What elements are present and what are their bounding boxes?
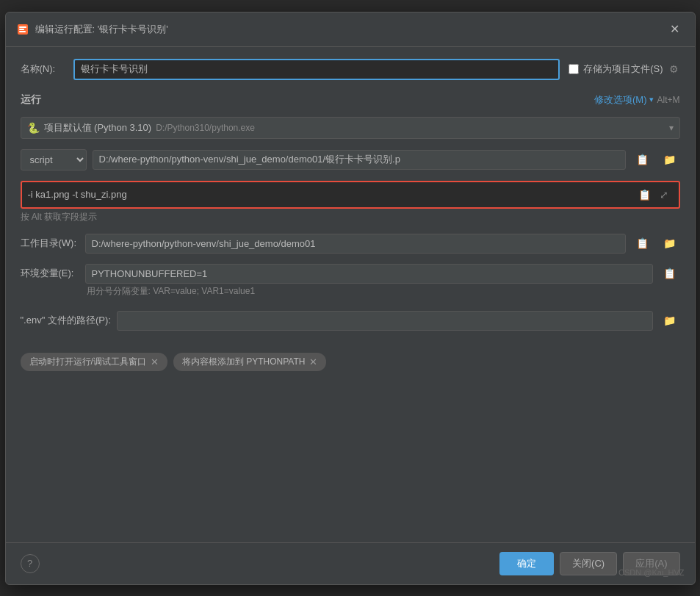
working-dir-row: 工作目录(W): 📋 📁 <box>21 234 680 254</box>
tags-row: 启动时打开运行/调试工具窗口 ✕ 将内容根添加到 PYTHONPATH ✕ <box>21 353 680 371</box>
interpreter-row[interactable]: 🐍 项目默认值 (Python 3.10) D:/Python310/pytho… <box>21 117 680 139</box>
tag-close-1[interactable]: ✕ <box>309 356 317 367</box>
script-row: script 📋 📁 <box>21 149 680 170</box>
tag-close-0[interactable]: ✕ <box>151 356 159 367</box>
params-hint-text: 按 Alt 获取字段提示 <box>21 211 680 223</box>
close-window-button[interactable]: ✕ <box>665 20 685 39</box>
tag-label-0: 启动时打开运行/调试工具窗口 <box>29 356 146 368</box>
env-vars-hint: 用分号分隔变量: VAR=value; VAR1=value1 <box>87 285 680 298</box>
modify-options-link[interactable]: 修改选项(M) <box>594 93 647 107</box>
name-label: 名称(N): <box>21 62 65 76</box>
tag-chip-1: 将内容根添加到 PYTHONPATH ✕ <box>173 353 327 371</box>
dialog-title: 编辑运行配置: '银行卡卡号识别' <box>35 23 660 36</box>
env-vars-input[interactable] <box>85 264 653 284</box>
chevron-down-icon: ▾ <box>649 95 654 104</box>
workdir-folder-icon-button[interactable]: 📁 <box>659 234 680 252</box>
env-vars-edit-icon-button[interactable]: 📋 <box>659 265 680 282</box>
script-type-select[interactable]: script <box>21 149 87 170</box>
title-bar: 编辑运行配置: '银行卡卡号识别' ✕ <box>6 12 695 47</box>
env-file-input[interactable] <box>117 311 653 331</box>
tag-label-1: 将内容根添加到 PYTHONPATH <box>182 356 306 368</box>
gear-button[interactable]: ⚙ <box>668 63 680 75</box>
watermark: CSDN @Kai_HVZ <box>618 568 684 577</box>
name-row: 名称(N): 存储为项目文件(S) ⚙ <box>21 59 680 80</box>
svg-rect-1 <box>19 26 26 28</box>
close-button[interactable]: 关闭(C) <box>560 552 617 575</box>
dropdown-arrow-icon: ▾ <box>669 123 674 133</box>
env-file-row: ".env" 文件的路径(P): 📁 <box>21 311 680 331</box>
params-edit-icon-button[interactable]: 📋 <box>634 186 655 204</box>
env-vars-section: 环境变量(E): 📋 用分号分隔变量: VAR=value; VAR1=valu… <box>21 264 680 298</box>
app-icon <box>16 23 29 36</box>
tag-chip-0: 启动时打开运行/调试工具窗口 ✕ <box>21 353 167 371</box>
edit-run-config-dialog: 编辑运行配置: '银行卡卡号识别' ✕ 名称(N): 存储为项目文件(S) ⚙ … <box>5 12 696 585</box>
alt-hint-text: Alt+M <box>657 95 679 105</box>
save-project-file-checkbox[interactable] <box>569 64 579 74</box>
working-dir-input[interactable] <box>85 234 626 254</box>
python-icon: 🐍 <box>27 122 40 134</box>
help-button[interactable]: ? <box>21 554 40 573</box>
script-path-input[interactable] <box>93 150 626 170</box>
parameters-section: 📋 ⤢ 按 Alt 获取字段提示 <box>21 181 680 223</box>
run-section-title: 运行 <box>21 93 41 107</box>
env-vars-label: 环境变量(E): <box>21 267 79 280</box>
dialog-body: 名称(N): 存储为项目文件(S) ⚙ 运行 修改选项(M) ▾ Alt+M 🐍… <box>6 47 695 542</box>
env-vars-row: 环境变量(E): 📋 <box>21 264 680 284</box>
save-project-file-label: 存储为项目文件(S) <box>583 62 663 76</box>
modify-options-area: 修改选项(M) ▾ Alt+M <box>594 93 680 107</box>
name-input[interactable] <box>73 59 560 80</box>
save-to-project-area: 存储为项目文件(S) ⚙ <box>569 62 679 76</box>
working-dir-label: 工作目录(W): <box>21 237 79 250</box>
script-folder-icon-button[interactable]: 📁 <box>659 151 680 168</box>
env-file-label: ".env" 文件的路径(P): <box>21 314 111 327</box>
workdir-edit-icon-button[interactable]: 📋 <box>632 234 653 252</box>
script-edit-icon-button[interactable]: 📋 <box>632 151 653 168</box>
svg-rect-2 <box>19 29 24 30</box>
svg-rect-3 <box>19 31 26 32</box>
run-section-header: 运行 修改选项(M) ▾ Alt+M <box>21 93 680 107</box>
env-file-folder-icon-button[interactable]: 📁 <box>659 312 680 329</box>
parameters-input[interactable] <box>28 189 634 200</box>
params-expand-icon-button[interactable]: ⤢ <box>655 186 673 204</box>
parameters-container: 📋 ⤢ <box>21 181 680 209</box>
dialog-footer: ? 确定 关闭(C) 应用(A) <box>6 542 695 584</box>
interpreter-path: D:/Python310/python.exe <box>156 123 255 133</box>
confirm-button[interactable]: 确定 <box>499 552 554 575</box>
interpreter-name: 项目默认值 (Python 3.10) <box>44 121 152 134</box>
